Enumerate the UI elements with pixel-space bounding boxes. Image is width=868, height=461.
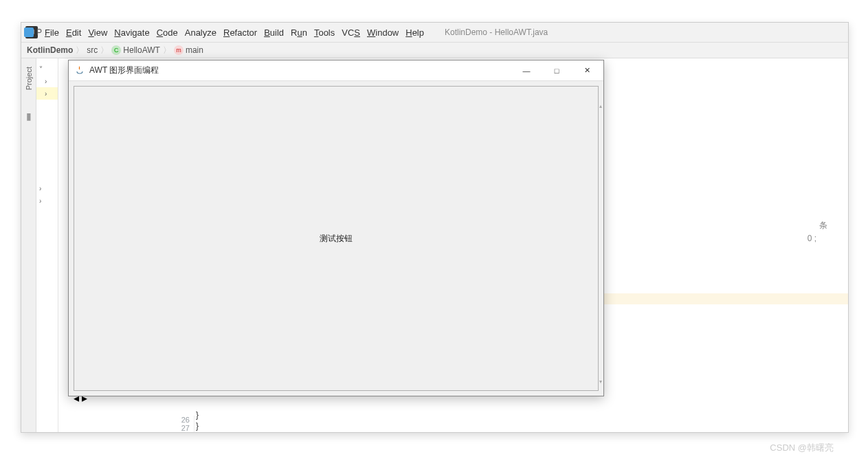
awt-window-title: AWT 图形界面编程 <box>89 65 511 76</box>
horizontal-scrollbar[interactable]: ◂ ▸ <box>74 392 591 395</box>
menu-view[interactable]: View <box>88 27 107 38</box>
watermark-text: CSDN @韩曙亮 <box>770 442 834 454</box>
method-icon: m <box>174 45 183 55</box>
tree-node[interactable]: ˅ <box>36 63 58 75</box>
project-tree: P ˅ › › › › <box>36 58 58 432</box>
awt-content-pane: 测试按钮 ▴ ▾ ◂ ▸ <box>69 81 603 396</box>
scroll-down-icon: ▾ <box>599 379 602 385</box>
editor-gutter: 26 27 <box>168 416 194 432</box>
awt-frame-window[interactable]: AWT 图形界面编程 — □ ✕ 测试按钮 ▴ ▾ ◂ ▸ <box>68 60 604 396</box>
class-icon: C <box>111 45 121 55</box>
chevron-right-icon: › <box>39 197 46 205</box>
breadcrumb-src[interactable]: src <box>87 45 98 55</box>
tree-node[interactable]: › <box>36 194 58 207</box>
line-number: 26 <box>168 416 190 424</box>
sidebar-tab-project[interactable]: Project <box>25 67 33 90</box>
awt-test-button[interactable]: 测试按钮 <box>74 86 599 391</box>
minimize-button[interactable]: — <box>511 61 542 80</box>
code-line: } <box>196 410 199 421</box>
awt-button-label: 测试按钮 <box>320 233 353 245</box>
chevron-right-icon: › <box>39 185 46 192</box>
breadcrumb-separator-icon: 〉 <box>76 45 84 56</box>
tree-node[interactable]: › <box>36 75 58 87</box>
scroll-up-icon: ▴ <box>599 103 602 109</box>
project-tool-header: P <box>21 25 42 40</box>
menu-edit[interactable]: Edit <box>66 27 81 38</box>
breadcrumb-separator-icon: 〉 <box>163 45 171 56</box>
chevron-right-icon: › <box>45 78 52 85</box>
menu-file[interactable]: File <box>45 27 59 38</box>
awt-titlebar[interactable]: AWT 图形界面编程 — □ ✕ <box>69 60 603 81</box>
line-number: 27 <box>168 424 190 432</box>
folder-icon: ▮ <box>26 111 32 122</box>
close-button[interactable]: ✕ <box>572 61 602 80</box>
menu-help[interactable]: Help <box>405 27 424 38</box>
chevron-down-icon: ˅ <box>39 65 46 73</box>
menu-refactor[interactable]: Refactor <box>223 27 257 38</box>
menu-window[interactable]: Window <box>367 27 399 38</box>
tree-node[interactable]: › <box>36 182 58 194</box>
project-header-label: P <box>36 27 42 37</box>
menu-run[interactable]: Run <box>291 27 307 38</box>
menu-tools[interactable]: Tools <box>314 27 335 38</box>
menu-analyze[interactable]: Analyze <box>185 27 216 38</box>
menu-navigate[interactable]: Navigate <box>114 27 149 38</box>
chevron-right-icon: › <box>45 90 52 98</box>
menu-vcs[interactable]: VCS <box>342 27 360 38</box>
code-line: } <box>196 421 199 432</box>
sidebar-tabs: Project ▮ <box>21 58 36 432</box>
tree-node-selected[interactable]: › <box>36 87 58 100</box>
vertical-scrollbar[interactable]: ▴ ▾ <box>599 104 603 383</box>
code-lines: } } <box>196 410 199 432</box>
breadcrumb: KotlinDemo 〉 src 〉 C HelloAWT 〉 m main <box>21 42 848 58</box>
breadcrumb-project[interactable]: KotlinDemo <box>27 45 73 55</box>
breadcrumb-method[interactable]: m main <box>174 45 203 55</box>
breadcrumb-file[interactable]: C HelloAWT <box>111 45 160 55</box>
window-title: KotlinDemo - HelloAWT.java <box>445 27 548 37</box>
scroll-right-icon: ▸ <box>82 392 87 404</box>
breadcrumb-file-label: HelloAWT <box>123 45 160 55</box>
menu-code[interactable]: Code <box>157 27 178 38</box>
project-icon <box>24 27 34 37</box>
editor-fragment-text: 条 <box>819 220 827 232</box>
menubar: IJ File Edit View Navigate Code Analyze … <box>21 23 848 42</box>
breadcrumb-method-label: main <box>186 45 203 55</box>
menu-build[interactable]: Build <box>264 27 284 38</box>
breadcrumb-separator-icon: 〉 <box>100 45 109 56</box>
editor-fragment-text: 0 ; <box>808 234 816 243</box>
scroll-left-icon: ◂ <box>74 392 79 404</box>
maximize-button[interactable]: □ <box>542 61 572 80</box>
java-cup-icon <box>74 65 85 76</box>
